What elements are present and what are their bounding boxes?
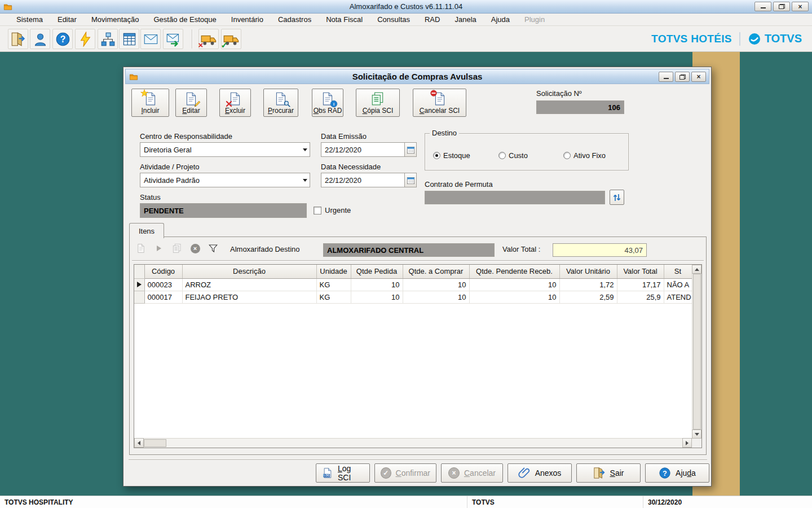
menu-rad[interactable]: RAD <box>417 14 447 25</box>
col-valor-total[interactable]: Valor Total <box>617 265 664 278</box>
editar-button[interactable]: Editar <box>175 89 207 117</box>
contrato-lookup-button[interactable] <box>610 190 624 205</box>
calendar-icon <box>407 176 415 185</box>
menubar: Sistema Editar Movimentação Gestão de Es… <box>0 14 812 26</box>
items-toolbar: × <box>134 241 220 256</box>
close-button[interactable]: × <box>792 2 809 11</box>
minimize-button[interactable] <box>754 2 771 11</box>
filter-button[interactable] <box>206 242 220 255</box>
dialog-titlebar[interactable]: Solicitação de Compras Avulsas × <box>125 69 709 84</box>
data-emissao-field[interactable]: 22/12/2020 <box>321 142 417 157</box>
mail-icon <box>143 32 158 47</box>
radio-estoque[interactable]: Estoque <box>433 151 470 160</box>
footer-separator <box>129 459 707 461</box>
col-codigo[interactable]: Código <box>144 265 182 278</box>
col-qtde-a-comprar[interactable]: Qtde. a Comprar <box>403 265 469 278</box>
combo-arrow-icon[interactable] <box>300 173 310 187</box>
toolbar-module-button[interactable] <box>119 29 139 49</box>
dialog-restore-button[interactable] <box>675 72 690 82</box>
dialog-minimize-button[interactable] <box>659 72 673 82</box>
calendar-button[interactable] <box>404 173 416 187</box>
col-valor-unitario[interactable]: Valor Unitário <box>559 265 617 278</box>
menu-inventario[interactable]: Inventário <box>224 14 271 25</box>
scroll-left-button[interactable] <box>134 438 144 448</box>
scroll-up-button[interactable] <box>692 265 701 274</box>
toolbar-exit-button[interactable] <box>8 29 28 49</box>
toolbar-user-button[interactable] <box>30 29 50 49</box>
procurar-button[interactable]: Procurar <box>263 89 298 117</box>
scroll-down-button[interactable] <box>692 430 701 439</box>
table-row[interactable]: 000023 ARROZ KG 10 10 10 1,72 17,17 NÃO … <box>134 278 692 291</box>
urgente-checkbox[interactable]: Urgente <box>314 206 351 214</box>
menu-ajuda[interactable]: Ajuda <box>484 14 517 25</box>
main-window-controls: × <box>754 2 809 11</box>
vertical-scroll-thumb[interactable] <box>693 274 701 430</box>
radio-ativo-fixo[interactable]: Ativo Fixo <box>563 151 606 160</box>
ajuda-button[interactable]: Ajuda <box>645 463 709 483</box>
toolbar-network-button[interactable] <box>98 29 118 49</box>
incluir-button[interactable]: Incluir <box>131 89 169 117</box>
status-label: Status <box>140 193 161 202</box>
obs-rad-button[interactable]: Obs RAD <box>312 89 343 117</box>
lightning-icon <box>78 32 93 47</box>
brand-separator <box>739 32 740 46</box>
centro-combobox[interactable]: Diretoria Geral <box>140 142 310 157</box>
footer-buttons: Log SCI ✓Confirmar ×Cancelar Anexos Sair… <box>125 463 709 483</box>
arrow-down-icon <box>695 433 699 436</box>
copia-sci-button[interactable]: Cópia SCI <box>356 89 400 117</box>
horizontal-scrollbar[interactable] <box>134 438 692 448</box>
delete-document-icon <box>228 91 242 106</box>
scrollbar-corner <box>692 439 701 448</box>
menu-janela[interactable]: Janela <box>447 14 483 25</box>
toolbar-truck-cancel-button[interactable]: × <box>198 29 219 49</box>
menu-movimentacao[interactable]: Movimentação <box>84 14 147 25</box>
vertical-scrollbar[interactable] <box>692 265 701 439</box>
toolbar-quick-access-button[interactable] <box>75 29 95 49</box>
anexos-button[interactable]: Anexos <box>508 463 572 483</box>
exit-door-icon <box>593 467 606 479</box>
menu-nota-fiscal[interactable]: Nota Fiscal <box>319 14 370 25</box>
toolbar-help-button[interactable] <box>52 29 73 49</box>
cancelar-sci-button[interactable]: Cancelar SCI <box>413 89 466 117</box>
col-qtde-pendente[interactable]: Qtde. Pendente Receb. <box>469 265 559 278</box>
log-document-icon <box>322 467 333 479</box>
dialog-close-button[interactable]: × <box>691 72 706 82</box>
menu-consultas[interactable]: Consultas <box>370 14 417 25</box>
help-icon <box>659 467 671 479</box>
scroll-right-button[interactable] <box>682 438 692 448</box>
table-row[interactable]: 000017 FEIJAO PRETO KG 10 10 10 2,59 25,… <box>134 291 692 303</box>
sair-button[interactable]: Sair <box>576 463 641 483</box>
restore-button[interactable] <box>773 2 790 11</box>
truck-confirm-icon: ✓ <box>223 31 240 47</box>
confirmar-button: ✓Confirmar <box>374 463 436 483</box>
toolbar-truck-confirm-button[interactable]: ✓ <box>221 29 241 49</box>
data-necessidade-field[interactable]: 22/12/2020 <box>321 173 417 187</box>
log-sci-button[interactable]: Log SCI <box>316 463 370 483</box>
radio-custo[interactable]: Custo <box>498 151 528 160</box>
col-descricao[interactable]: Descrição <box>182 265 316 278</box>
excluir-button[interactable]: Excluir <box>219 89 251 117</box>
solicitacao-label: Solicitação Nº <box>536 89 582 98</box>
toolbar-mail-button[interactable] <box>140 29 161 49</box>
menu-editar[interactable]: Editar <box>50 14 84 25</box>
row-indicator <box>134 278 144 291</box>
row-indicator <box>134 291 144 303</box>
destino-group: Destino Estoque Custo Ativo Fixo <box>425 133 629 170</box>
calendar-button[interactable] <box>404 143 416 156</box>
menu-gestao-estoque[interactable]: Gestão de Estoque <box>146 14 223 25</box>
arrow-up-icon <box>695 268 699 271</box>
delete-row-button[interactable]: × <box>188 242 202 255</box>
checkbox-icon <box>314 207 321 214</box>
col-qtde-pedida[interactable]: Qtde Pedida <box>351 265 403 278</box>
atividade-combob0x[interactable]: Atividade Padrão <box>140 173 310 187</box>
horizontal-scroll-thumb[interactable] <box>144 439 166 447</box>
combo-arrow-icon[interactable] <box>300 143 310 156</box>
menu-sistema[interactable]: Sistema <box>9 14 50 25</box>
arrow-left-icon <box>138 441 140 445</box>
tab-itens[interactable]: Itens <box>129 223 164 238</box>
col-unidade[interactable]: Unidade <box>316 265 351 278</box>
col-status[interactable]: St <box>664 265 692 278</box>
menu-cadastros[interactable]: Cadastros <box>271 14 319 25</box>
items-table: Código Descrição Unidade Qtde Pedida Qtd… <box>134 265 692 304</box>
toolbar-mail-send-button[interactable] <box>163 29 183 49</box>
